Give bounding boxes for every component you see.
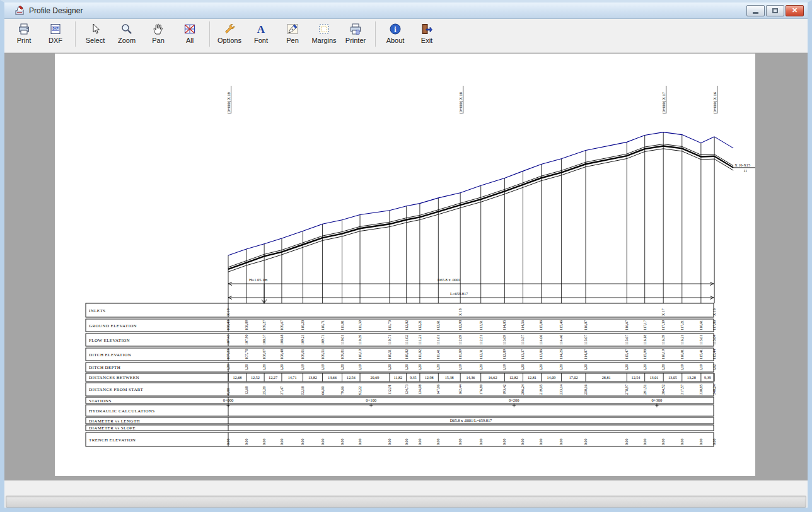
svg-text:DITCH DEPTH: DITCH DEPTH [89,365,120,370]
select-button[interactable]: Select [79,20,111,48]
svg-text:GROUND ELEVATION: GROUND ELEVATION [89,323,137,329]
svg-text:12,98: 12,98 [425,375,434,380]
profile-drawing: X 16-X1511[0+000] X 19[0+000] X 18[0+000… [55,54,755,476]
svg-text:12,68: 12,68 [245,387,248,395]
svg-text:113,51: 113,51 [479,320,483,330]
svg-text:115,64: 115,64 [712,335,716,345]
about-button[interactable]: i About [380,20,411,48]
svg-text:0+100: 0+100 [366,398,376,402]
svg-text:114,56: 114,56 [521,320,525,330]
toolbar-label: All [186,37,194,44]
svg-text:9,35: 9,35 [410,375,417,380]
svg-text:92,22: 92,22 [358,387,362,395]
svg-text:110,20: 110,20 [301,320,304,330]
svg-text:1,20: 1,20 [539,364,543,371]
maximize-button[interactable] [766,5,784,16]
svg-text:116,21: 116,21 [680,335,684,345]
svg-text:HYDRAULIC CALCULATIONS: HYDRAULIC CALCULATIONS [89,409,155,414]
svg-text:113,86: 113,86 [539,349,543,359]
svg-text:66,00: 66,00 [321,387,325,395]
svg-text:0,00: 0,00 [699,439,703,446]
horizontal-scrollbar[interactable] [6,496,806,508]
svg-text:16,62: 16,62 [489,375,497,380]
svg-text:162,44: 162,44 [458,385,462,395]
svg-text:114,87: 114,87 [584,349,588,359]
svg-text:D65.8 x .0001: D65.8 x .0001 [438,277,461,282]
svg-text:115,44: 115,44 [712,349,716,359]
svg-text:1,19: 1,19 [458,364,462,371]
svg-text:0,00: 0,00 [458,439,462,446]
svg-text:114,05: 114,05 [502,320,506,330]
svg-text:108,43: 108,43 [226,320,230,331]
svg-text:12,81: 12,81 [528,375,536,380]
svg-text:13,28: 13,28 [687,375,696,380]
svg-text:113,57: 113,57 [521,335,525,345]
svg-text:112,61: 112,61 [436,320,440,330]
margins-button[interactable]: Margins [308,20,340,48]
svg-text:117,06: 117,06 [712,320,716,330]
svg-text:108,37: 108,37 [262,335,266,346]
svg-text:1,20: 1,20 [584,364,588,371]
svg-text:108,07: 108,07 [262,349,266,360]
toolbar: Print DXF DXF Select Zoom [4,19,808,48]
minimize-button[interactable] [746,5,765,16]
svg-text:0,00: 0,00 [712,439,716,446]
svg-text:109,27: 109,27 [262,320,266,331]
svg-text:113,09: 113,09 [502,335,506,345]
svg-text:176,80: 176,80 [479,385,483,395]
svg-text:DISTANCES BETWEEN: DISTANCES BETWEEN [89,375,139,380]
svg-text:12,54: 12,54 [632,375,641,380]
window-controls: ✕ [746,5,804,16]
svg-text:[0+000] X 17: [0+000] X 17 [661,92,666,113]
svg-text:117,17: 117,17 [643,320,647,330]
svg-text:206,24: 206,24 [521,385,525,395]
toolbar-label: Pan [152,37,165,44]
svg-text:14,71: 14,71 [288,375,297,380]
zoom-button[interactable]: Zoom [111,20,142,48]
pan-button[interactable]: Pan [142,20,174,48]
printer-setup-button[interactable]: Printer [340,20,371,48]
svg-text:1,20: 1,20 [340,364,344,371]
svg-text:12,56: 12,56 [347,375,356,380]
svg-text:116,19: 116,19 [661,349,665,359]
options-button[interactable]: Options [214,20,245,48]
close-button[interactable]: ✕ [786,5,804,16]
all-button[interactable]: All [174,20,206,48]
maximize-icon [772,8,778,13]
svg-text:12,52: 12,52 [251,375,260,380]
svg-text:124,73: 124,73 [405,385,409,395]
svg-text:115,47: 115,47 [625,349,629,359]
svg-text:112,21: 112,21 [418,320,422,330]
svg-text:[0+000] X 18: [0+000] X 18 [458,92,463,113]
print-button[interactable]: Print [8,20,40,48]
font-button[interactable]: A Font [245,20,277,48]
toolbar-label: Print [17,37,32,44]
svg-text:108,68: 108,68 [280,335,284,346]
printer-icon [18,23,30,35]
svg-text:13,66: 13,66 [328,375,337,380]
exit-door-icon [420,23,433,35]
svg-text:0,00: 0,00 [405,439,409,446]
cursor-arrow-icon [89,23,102,35]
dxf-button[interactable]: DXF DXF [40,20,71,48]
exit-button[interactable]: Exit [411,20,443,48]
svg-text:0,00: 0,00 [643,439,647,446]
svg-text:0,00: 0,00 [321,439,325,446]
dxf-file-icon: DXF [49,23,62,35]
svg-text:14,36: 14,36 [466,375,475,380]
window-title: Profile Designer [29,6,83,15]
svg-text:DIAMETER vs LENGTH: DIAMETER vs LENGTH [89,419,140,424]
svg-text:0,00: 0,00 [358,439,362,446]
toolbar-label: Margins [311,37,336,44]
svg-text:110,39: 110,39 [358,335,362,345]
svg-text:115,06: 115,06 [539,320,543,330]
svg-text:114,26: 114,26 [559,349,563,359]
toolbar-label: Font [254,37,268,44]
pen-button[interactable]: Pen [277,20,308,48]
svg-text:1,19: 1,19 [301,364,304,371]
svg-text:116,61: 116,61 [699,320,703,330]
svg-text:108,48: 108,48 [280,349,284,360]
svg-text:9,39: 9,39 [704,375,711,380]
svg-text:112,98: 112,98 [458,320,462,330]
svg-text:11: 11 [743,168,747,173]
